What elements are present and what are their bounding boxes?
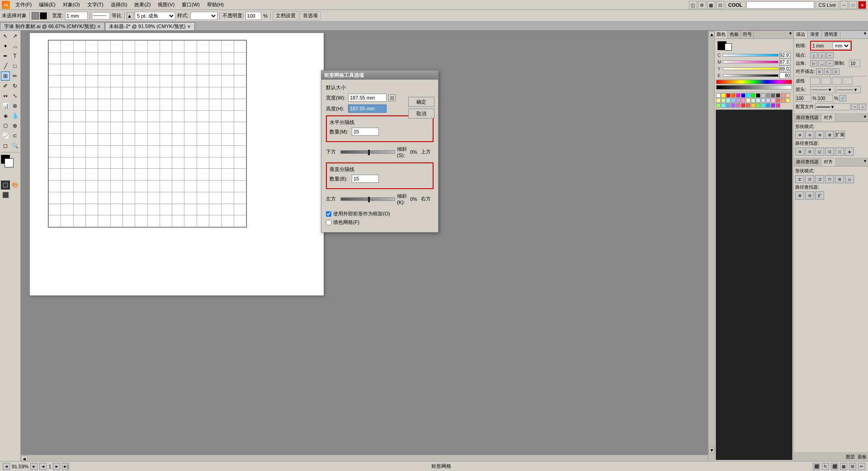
- menu-help[interactable]: 帮助(H): [203, 0, 227, 9]
- symbol-spray-tool[interactable]: ⊕: [10, 121, 19, 130]
- c-slider[interactable]: [723, 54, 778, 57]
- profile-flip-v[interactable]: ↕: [859, 104, 866, 110]
- blend-tool[interactable]: ⬡: [1, 121, 10, 130]
- color-swatch[interactable]: [721, 103, 726, 108]
- opacity-input[interactable]: [245, 12, 261, 20]
- line-tool[interactable]: ╱: [1, 62, 10, 71]
- color-swatch[interactable]: [751, 93, 755, 98]
- direct-select-tool[interactable]: ↗: [10, 32, 19, 41]
- join-round[interactable]: ◡: [818, 60, 826, 67]
- cs-live-button[interactable]: CS Live: [815, 1, 839, 9]
- rotate-tool[interactable]: ↻: [10, 81, 19, 90]
- scroll-down-arrow[interactable]: ▼: [709, 447, 714, 453]
- align-vcenter-btn[interactable]: ⊞: [835, 175, 844, 183]
- zoom-out-btn[interactable]: ◄: [3, 463, 10, 470]
- color-swatch[interactable]: [716, 93, 721, 98]
- align-hcenter-btn[interactable]: ⊡: [805, 175, 814, 183]
- c-value[interactable]: [779, 52, 791, 58]
- color-swatch[interactable]: [731, 93, 736, 98]
- v-skew-slider[interactable]: [340, 197, 395, 201]
- y-value[interactable]: [779, 66, 791, 72]
- bridge-icon[interactable]: ◫: [689, 1, 697, 9]
- doc-settings-button[interactable]: 文档设置: [273, 11, 299, 20]
- y-slider[interactable]: [723, 67, 778, 70]
- config-icon[interactable]: ⚙: [698, 1, 706, 9]
- stroke-unit-select[interactable]: mm: [833, 42, 850, 49]
- color-swatch[interactable]: [766, 93, 770, 98]
- status-icon3[interactable]: ⬛: [831, 463, 838, 470]
- select-tool[interactable]: ↖: [1, 32, 10, 41]
- color-swatch[interactable]: [776, 93, 780, 98]
- panel-collapse-btn[interactable]: ▼: [788, 31, 793, 38]
- ok-button[interactable]: 确定: [408, 97, 434, 107]
- k-slider[interactable]: [723, 74, 778, 77]
- color-swatch[interactable]: [766, 103, 770, 108]
- scroll-left-arrow[interactable]: ◄: [21, 456, 28, 461]
- close-icon[interactable]: ✕: [858, 1, 866, 9]
- join-miter[interactable]: ▷: [810, 60, 817, 67]
- tab-symbols[interactable]: 符号: [741, 31, 754, 38]
- stroke-style-select[interactable]: 5 pt. 成角: [135, 12, 175, 20]
- profile-flip-h[interactable]: ↔: [851, 104, 859, 110]
- horizontal-scrollbar[interactable]: ◄: [21, 455, 708, 461]
- tab-untitled[interactable]: 未标题-2* @ 91.59% (CMYK/预览) ✕: [105, 22, 195, 30]
- color-swatch[interactable]: [726, 103, 731, 108]
- dist-h-btn[interactable]: ⊠: [795, 191, 804, 200]
- height-field[interactable]: [348, 105, 387, 113]
- grid-tool[interactable]: ⊞: [1, 71, 10, 81]
- minus-front-btn[interactable]: ⊖: [805, 131, 814, 139]
- arrow-size-start[interactable]: [796, 95, 811, 102]
- stroke-line-style[interactable]: ────: [92, 12, 110, 19]
- workspace-icon[interactable]: ▦: [707, 1, 715, 9]
- tab-close-font[interactable]: ✕: [97, 24, 101, 29]
- pathfinder-collapse[interactable]: ▼: [862, 114, 868, 122]
- tab-pathfinder2[interactable]: 路径查找器: [794, 158, 821, 166]
- status-icon6[interactable]: ✏: [858, 463, 865, 470]
- bw-bar[interactable]: [716, 85, 792, 90]
- h-slider-handle[interactable]: [368, 150, 370, 155]
- layers-tab[interactable]: 图层: [846, 454, 855, 460]
- arrow-link[interactable]: 🔗: [839, 95, 846, 101]
- color-swatch[interactable]: [761, 103, 765, 108]
- bg-color-box[interactable]: [725, 43, 732, 51]
- color-swatch[interactable]: [756, 103, 760, 108]
- arrow-end-select[interactable]: ─────▼: [836, 86, 861, 93]
- paintbrush-tool[interactable]: ✏: [10, 71, 19, 81]
- dash1[interactable]: [810, 77, 820, 85]
- trim-btn[interactable]: ⊟: [805, 147, 814, 156]
- cap-round[interactable]: ): [818, 52, 826, 58]
- color-swatch[interactable]: [741, 103, 745, 108]
- dist-v-btn[interactable]: ⊟: [805, 191, 814, 200]
- h-count-field[interactable]: [352, 128, 379, 136]
- color-swatch[interactable]: [731, 98, 736, 103]
- align-left-btn[interactable]: ⊏: [795, 175, 804, 183]
- fill-color-box[interactable]: [40, 12, 47, 19]
- vertical-scrollbar[interactable]: ▲ ▼: [708, 31, 714, 461]
- color-swatch[interactable]: [721, 93, 726, 98]
- graph-tool[interactable]: 📊: [1, 101, 10, 110]
- screen-mode-icon[interactable]: ⬛: [1, 190, 10, 200]
- tab-align[interactable]: 对齐: [821, 114, 835, 122]
- menu-edit[interactable]: 编辑(E): [35, 0, 59, 9]
- merge-btn[interactable]: ◱: [815, 147, 824, 156]
- cool-badge[interactable]: COOL: [725, 1, 746, 9]
- pathfinder2-collapse[interactable]: ▼: [862, 158, 868, 166]
- stroke-color-box[interactable]: [32, 12, 39, 19]
- color-swatch[interactable]: [781, 93, 785, 98]
- arrow-start-select[interactable]: ─────▼: [810, 86, 835, 93]
- tab-align2[interactable]: 对齐: [821, 158, 835, 166]
- align-bottom-btn[interactable]: ⊔: [845, 175, 854, 183]
- status-icon4[interactable]: ▦: [840, 463, 847, 470]
- eyedropper-tool[interactable]: 💧: [10, 111, 19, 120]
- artboards-tab[interactable]: 面板: [858, 454, 867, 460]
- tab-transparency[interactable]: 透明度: [822, 31, 840, 38]
- maximize-icon[interactable]: □: [849, 1, 857, 9]
- color-swatch[interactable]: [781, 98, 785, 103]
- cap-butt[interactable]: |: [810, 52, 817, 58]
- color-swatch[interactable]: [751, 103, 755, 108]
- tab-gradient[interactable]: 渐变: [808, 31, 822, 38]
- color-swatch[interactable]: [746, 103, 750, 108]
- menu-window[interactable]: 窗口(W): [178, 0, 203, 9]
- unite-btn[interactable]: ⊕: [795, 131, 804, 139]
- color-swatch[interactable]: [771, 98, 775, 103]
